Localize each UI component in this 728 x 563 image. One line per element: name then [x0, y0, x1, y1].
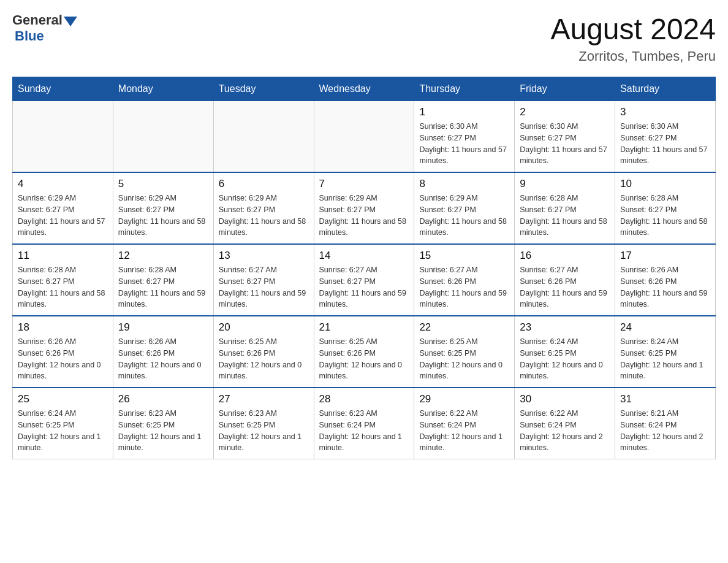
calendar-cell: 6Sunrise: 6:29 AMSunset: 6:27 PMDaylight…	[213, 172, 314, 244]
calendar-table: SundayMondayTuesdayWednesdayThursdayFrid…	[12, 77, 716, 459]
calendar-cell: 24Sunrise: 6:24 AMSunset: 6:25 PMDayligh…	[615, 316, 716, 388]
day-number: 20	[219, 321, 309, 334]
calendar-week-row: 11Sunrise: 6:28 AMSunset: 6:27 PMDayligh…	[13, 244, 716, 316]
calendar-cell: 29Sunrise: 6:22 AMSunset: 6:24 PMDayligh…	[414, 388, 515, 459]
calendar-week-row: 18Sunrise: 6:26 AMSunset: 6:26 PMDayligh…	[13, 316, 716, 388]
day-info: Sunrise: 6:27 AMSunset: 6:26 PMDaylight:…	[419, 264, 509, 310]
calendar-header-monday: Monday	[113, 77, 213, 101]
calendar-week-row: 1Sunrise: 6:30 AMSunset: 6:27 PMDaylight…	[13, 101, 716, 173]
calendar-cell: 1Sunrise: 6:30 AMSunset: 6:27 PMDaylight…	[414, 101, 515, 173]
calendar-week-row: 4Sunrise: 6:29 AMSunset: 6:27 PMDaylight…	[13, 172, 716, 244]
day-info: Sunrise: 6:24 AMSunset: 6:25 PMDaylight:…	[18, 408, 108, 454]
day-info: Sunrise: 6:30 AMSunset: 6:27 PMDaylight:…	[520, 121, 610, 167]
day-info: Sunrise: 6:28 AMSunset: 6:27 PMDaylight:…	[520, 193, 610, 239]
day-number: 2	[520, 106, 610, 118]
day-number: 24	[620, 321, 710, 334]
day-number: 22	[419, 321, 509, 334]
day-info: Sunrise: 6:24 AMSunset: 6:25 PMDaylight:…	[520, 336, 610, 382]
logo-general: General	[12, 12, 63, 28]
page-header: General Blue August 2024 Zorritos, Tumbe…	[12, 12, 716, 64]
day-info: Sunrise: 6:30 AMSunset: 6:27 PMDaylight:…	[419, 121, 509, 167]
calendar-cell	[213, 101, 314, 173]
calendar-cell: 19Sunrise: 6:26 AMSunset: 6:26 PMDayligh…	[113, 316, 213, 388]
calendar-header-row: SundayMondayTuesdayWednesdayThursdayFrid…	[13, 77, 716, 101]
day-number: 6	[219, 178, 309, 190]
day-info: Sunrise: 6:21 AMSunset: 6:24 PMDaylight:…	[620, 408, 710, 454]
day-number: 5	[118, 178, 208, 190]
month-title: August 2024	[550, 12, 716, 46]
day-info: Sunrise: 6:29 AMSunset: 6:27 PMDaylight:…	[118, 193, 208, 239]
day-info: Sunrise: 6:23 AMSunset: 6:25 PMDaylight:…	[219, 408, 309, 454]
day-info: Sunrise: 6:23 AMSunset: 6:25 PMDaylight:…	[118, 408, 208, 454]
logo-triangle-icon	[64, 14, 77, 28]
day-number: 28	[319, 393, 409, 405]
calendar-cell: 9Sunrise: 6:28 AMSunset: 6:27 PMDaylight…	[515, 172, 615, 244]
calendar-cell: 21Sunrise: 6:25 AMSunset: 6:26 PMDayligh…	[314, 316, 414, 388]
calendar-cell: 22Sunrise: 6:25 AMSunset: 6:25 PMDayligh…	[414, 316, 515, 388]
calendar-cell: 25Sunrise: 6:24 AMSunset: 6:25 PMDayligh…	[13, 388, 113, 459]
calendar-week-row: 25Sunrise: 6:24 AMSunset: 6:25 PMDayligh…	[13, 388, 716, 459]
day-info: Sunrise: 6:28 AMSunset: 6:27 PMDaylight:…	[620, 193, 710, 239]
day-info: Sunrise: 6:26 AMSunset: 6:26 PMDaylight:…	[620, 264, 710, 310]
calendar-cell: 8Sunrise: 6:29 AMSunset: 6:27 PMDaylight…	[414, 172, 515, 244]
day-number: 10	[620, 178, 710, 190]
day-number: 14	[319, 250, 409, 262]
day-number: 8	[419, 178, 509, 190]
day-number: 9	[520, 178, 610, 190]
logo-blue: Blue	[15, 28, 44, 44]
calendar-cell: 4Sunrise: 6:29 AMSunset: 6:27 PMDaylight…	[13, 172, 113, 244]
calendar-cell: 17Sunrise: 6:26 AMSunset: 6:26 PMDayligh…	[615, 244, 716, 316]
day-info: Sunrise: 6:25 AMSunset: 6:26 PMDaylight:…	[219, 336, 309, 382]
day-info: Sunrise: 6:24 AMSunset: 6:25 PMDaylight:…	[620, 336, 710, 382]
day-number: 12	[118, 250, 208, 262]
svg-marker-0	[64, 17, 77, 26]
calendar-cell	[113, 101, 213, 173]
day-info: Sunrise: 6:26 AMSunset: 6:26 PMDaylight:…	[118, 336, 208, 382]
calendar-cell: 18Sunrise: 6:26 AMSunset: 6:26 PMDayligh…	[13, 316, 113, 388]
day-number: 26	[118, 393, 208, 405]
day-number: 13	[219, 250, 309, 262]
calendar-cell: 15Sunrise: 6:27 AMSunset: 6:26 PMDayligh…	[414, 244, 515, 316]
day-number: 27	[219, 393, 309, 405]
day-number: 25	[18, 393, 108, 405]
day-number: 1	[419, 106, 509, 118]
calendar-cell: 23Sunrise: 6:24 AMSunset: 6:25 PMDayligh…	[515, 316, 615, 388]
calendar-cell: 7Sunrise: 6:29 AMSunset: 6:27 PMDaylight…	[314, 172, 414, 244]
day-info: Sunrise: 6:29 AMSunset: 6:27 PMDaylight:…	[18, 193, 108, 239]
day-info: Sunrise: 6:22 AMSunset: 6:24 PMDaylight:…	[520, 408, 610, 454]
day-info: Sunrise: 6:29 AMSunset: 6:27 PMDaylight:…	[319, 193, 409, 239]
logo: General Blue	[12, 12, 77, 44]
day-info: Sunrise: 6:23 AMSunset: 6:24 PMDaylight:…	[319, 408, 409, 454]
calendar-cell: 11Sunrise: 6:28 AMSunset: 6:27 PMDayligh…	[13, 244, 113, 316]
calendar-cell: 5Sunrise: 6:29 AMSunset: 6:27 PMDaylight…	[113, 172, 213, 244]
calendar-cell	[314, 101, 414, 173]
calendar-cell: 26Sunrise: 6:23 AMSunset: 6:25 PMDayligh…	[113, 388, 213, 459]
day-number: 15	[419, 250, 509, 262]
calendar-cell: 20Sunrise: 6:25 AMSunset: 6:26 PMDayligh…	[213, 316, 314, 388]
day-number: 23	[520, 321, 610, 334]
day-number: 3	[620, 106, 710, 118]
calendar-cell: 12Sunrise: 6:28 AMSunset: 6:27 PMDayligh…	[113, 244, 213, 316]
calendar-header-wednesday: Wednesday	[314, 77, 414, 101]
day-info: Sunrise: 6:25 AMSunset: 6:26 PMDaylight:…	[319, 336, 409, 382]
day-info: Sunrise: 6:28 AMSunset: 6:27 PMDaylight:…	[18, 264, 108, 310]
title-block: August 2024 Zorritos, Tumbes, Peru	[550, 12, 716, 64]
calendar-cell: 13Sunrise: 6:27 AMSunset: 6:27 PMDayligh…	[213, 244, 314, 316]
calendar-header-saturday: Saturday	[615, 77, 716, 101]
day-number: 29	[419, 393, 509, 405]
day-info: Sunrise: 6:27 AMSunset: 6:27 PMDaylight:…	[319, 264, 409, 310]
day-info: Sunrise: 6:27 AMSunset: 6:27 PMDaylight:…	[219, 264, 309, 310]
day-info: Sunrise: 6:27 AMSunset: 6:26 PMDaylight:…	[520, 264, 610, 310]
calendar-header-friday: Friday	[515, 77, 615, 101]
day-info: Sunrise: 6:26 AMSunset: 6:26 PMDaylight:…	[18, 336, 108, 382]
day-info: Sunrise: 6:30 AMSunset: 6:27 PMDaylight:…	[620, 121, 710, 167]
day-info: Sunrise: 6:29 AMSunset: 6:27 PMDaylight:…	[219, 193, 309, 239]
day-number: 4	[18, 178, 108, 190]
day-number: 17	[620, 250, 710, 262]
day-number: 16	[520, 250, 610, 262]
calendar-cell: 2Sunrise: 6:30 AMSunset: 6:27 PMDaylight…	[515, 101, 615, 173]
calendar-header-thursday: Thursday	[414, 77, 515, 101]
day-info: Sunrise: 6:29 AMSunset: 6:27 PMDaylight:…	[419, 193, 509, 239]
day-number: 7	[319, 178, 409, 190]
day-number: 21	[319, 321, 409, 334]
